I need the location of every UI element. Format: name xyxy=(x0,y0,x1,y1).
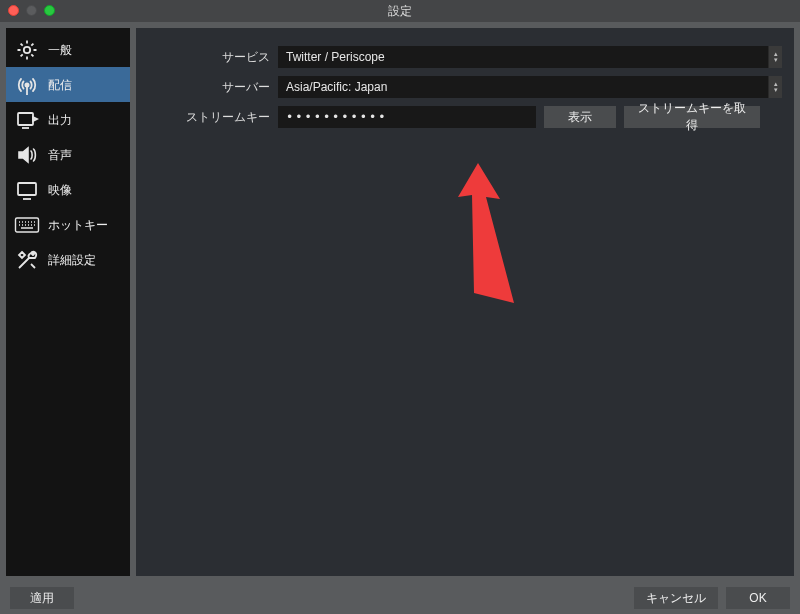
sidebar-item-label: ホットキー xyxy=(48,217,108,234)
antenna-icon xyxy=(14,72,40,98)
row-stream-key: ストリームキー ••••••••••• 表示 ストリームキーを取得 xyxy=(136,106,782,128)
monitor-icon xyxy=(14,177,40,203)
svg-rect-2 xyxy=(18,113,33,125)
svg-point-1 xyxy=(25,83,28,86)
chevron-updown-icon: ▴▾ xyxy=(768,46,782,68)
svg-rect-3 xyxy=(18,183,36,195)
ok-button[interactable]: OK xyxy=(726,587,790,609)
select-service-value: Twitter / Periscope xyxy=(286,50,385,64)
svg-rect-4 xyxy=(16,218,39,232)
row-server: サーバー Asia/Pacific: Japan ▴▾ xyxy=(136,76,782,98)
sidebar-item-advanced[interactable]: 詳細設定 xyxy=(6,242,130,277)
sidebar-item-output[interactable]: 出力 xyxy=(6,102,130,137)
get-stream-key-button[interactable]: ストリームキーを取得 xyxy=(624,106,760,128)
footer: 適用 キャンセル OK xyxy=(0,582,800,614)
sidebar-item-video[interactable]: 映像 xyxy=(6,172,130,207)
svg-marker-5 xyxy=(458,163,514,303)
sidebar-item-label: 出力 xyxy=(48,112,72,129)
select-server-value: Asia/Pacific: Japan xyxy=(286,80,387,94)
sidebar-item-audio[interactable]: 音声 xyxy=(6,137,130,172)
sidebar: 一般 配信 出力 xyxy=(6,28,130,576)
select-service[interactable]: Twitter / Periscope ▴▾ xyxy=(278,46,782,68)
sidebar-item-label: 一般 xyxy=(48,42,72,59)
cancel-button[interactable]: キャンセル xyxy=(634,587,718,609)
svg-point-0 xyxy=(24,47,30,53)
main-panel: サービス Twitter / Periscope ▴▾ サーバー Asia/Pa… xyxy=(136,28,794,576)
sidebar-item-label: 配信 xyxy=(48,77,72,94)
titlebar: 設定 xyxy=(0,0,800,22)
sidebar-item-label: 映像 xyxy=(48,182,72,199)
tools-icon xyxy=(14,247,40,273)
annotation-arrow-icon xyxy=(456,163,546,323)
show-button[interactable]: 表示 xyxy=(544,106,616,128)
close-icon[interactable] xyxy=(8,5,19,16)
speaker-icon xyxy=(14,142,40,168)
label-service: サービス xyxy=(136,49,278,66)
label-server: サーバー xyxy=(136,79,278,96)
sidebar-item-general[interactable]: 一般 xyxy=(6,32,130,67)
select-server[interactable]: Asia/Pacific: Japan ▴▾ xyxy=(278,76,782,98)
keyboard-icon xyxy=(14,212,40,238)
input-stream-key[interactable]: ••••••••••• xyxy=(278,106,536,128)
maximize-icon[interactable] xyxy=(44,5,55,16)
minimize-icon xyxy=(26,5,37,16)
sidebar-item-hotkeys[interactable]: ホットキー xyxy=(6,207,130,242)
sidebar-item-label: 音声 xyxy=(48,147,72,164)
sidebar-item-stream[interactable]: 配信 xyxy=(6,67,130,102)
label-stream-key: ストリームキー xyxy=(136,109,278,126)
row-service: サービス Twitter / Periscope ▴▾ xyxy=(136,46,782,68)
gear-icon xyxy=(14,37,40,63)
window-controls xyxy=(8,5,55,16)
chevron-updown-icon: ▴▾ xyxy=(768,76,782,98)
output-icon xyxy=(14,107,40,133)
window-title: 設定 xyxy=(388,3,412,20)
sidebar-item-label: 詳細設定 xyxy=(48,252,96,269)
apply-button[interactable]: 適用 xyxy=(10,587,74,609)
